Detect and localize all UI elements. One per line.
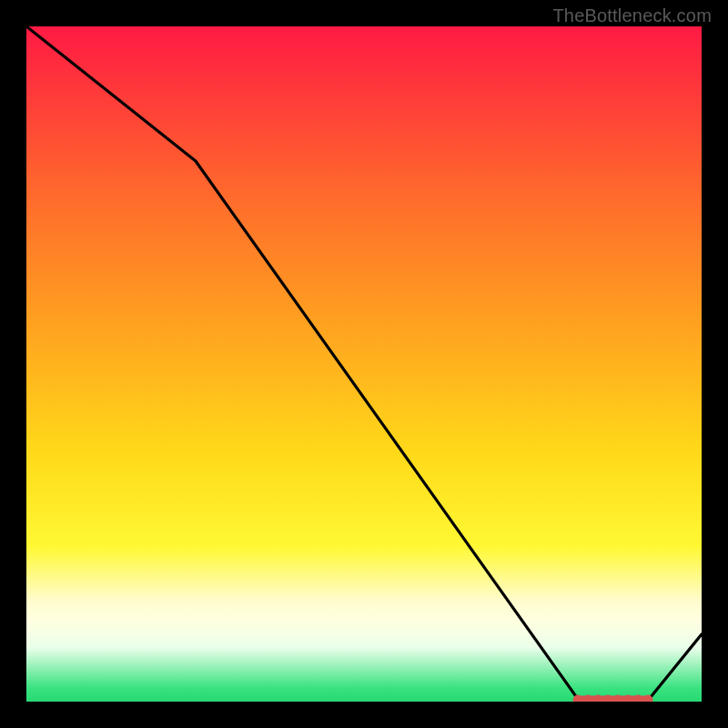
chart-frame: TheBottleneck.com [0, 0, 728, 728]
plot-area [26, 26, 702, 702]
marker-band [573, 695, 652, 702]
svg-rect-8 [578, 696, 648, 702]
attribution-text: TheBottleneck.com [552, 5, 712, 26]
series-curve [26, 26, 702, 702]
chart-svg [26, 26, 702, 702]
